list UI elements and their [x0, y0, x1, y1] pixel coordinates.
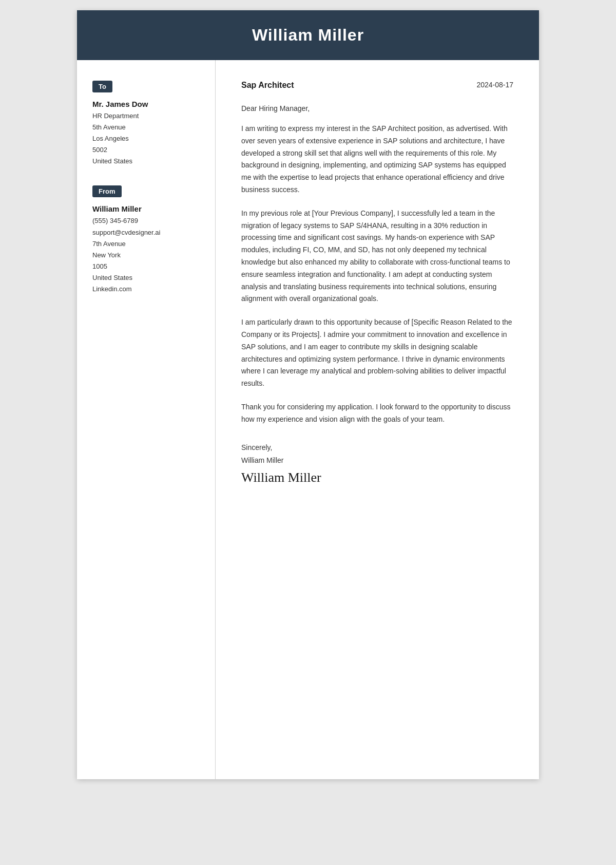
from-line2: New York — [92, 250, 200, 261]
closing-block: Sincerely, William Miller — [241, 441, 513, 467]
paragraph-1: I am writing to express my interest in t… — [241, 123, 513, 196]
main-content: Sap Architect 2024-08-17 Dear Hiring Man… — [216, 60, 539, 779]
from-email: support@cvdesigner.ai — [92, 227, 200, 238]
body: To Mr. James Dow HR Department 5th Avenu… — [77, 60, 539, 779]
from-section: From William Miller (555) 345-6789 suppo… — [92, 185, 200, 295]
to-line5: United States — [92, 156, 200, 167]
closing-word: Sincerely, — [241, 441, 513, 454]
sidebar: To Mr. James Dow HR Department 5th Avenu… — [77, 60, 216, 779]
cover-letter-page: William Miller To Mr. James Dow HR Depar… — [77, 10, 539, 779]
paragraph-4: Thank you for considering my application… — [241, 401, 513, 426]
to-section: To Mr. James Dow HR Department 5th Avenu… — [92, 81, 200, 167]
closing-name: William Miller — [241, 454, 513, 467]
to-line2: 5th Avenue — [92, 122, 200, 133]
from-phone: (555) 345-6789 — [92, 215, 200, 227]
job-title: Sap Architect — [241, 81, 294, 90]
paragraph-3: I am particularly drawn to this opportun… — [241, 316, 513, 390]
signature-cursive: William Miller — [241, 470, 513, 485]
from-label: From — [92, 185, 122, 197]
letter-header: Sap Architect 2024-08-17 — [241, 81, 513, 90]
greeting: Dear Hiring Manager, — [241, 104, 513, 112]
header-name: William Miller — [98, 26, 518, 45]
from-line5: Linkedin.com — [92, 284, 200, 295]
date: 2024-08-17 — [476, 81, 513, 89]
to-line1: HR Department — [92, 110, 200, 122]
to-name: Mr. James Dow — [92, 100, 200, 108]
to-label: To — [92, 81, 112, 92]
from-line3: 1005 — [92, 261, 200, 272]
paragraph-2: In my previous role at [Your Previous Co… — [241, 208, 513, 305]
from-line4: United States — [92, 272, 200, 284]
to-line3: Los Angeles — [92, 133, 200, 144]
from-name: William Miller — [92, 204, 200, 213]
header: William Miller — [77, 10, 539, 60]
to-line4: 5002 — [92, 144, 200, 156]
from-line1: 7th Avenue — [92, 238, 200, 250]
